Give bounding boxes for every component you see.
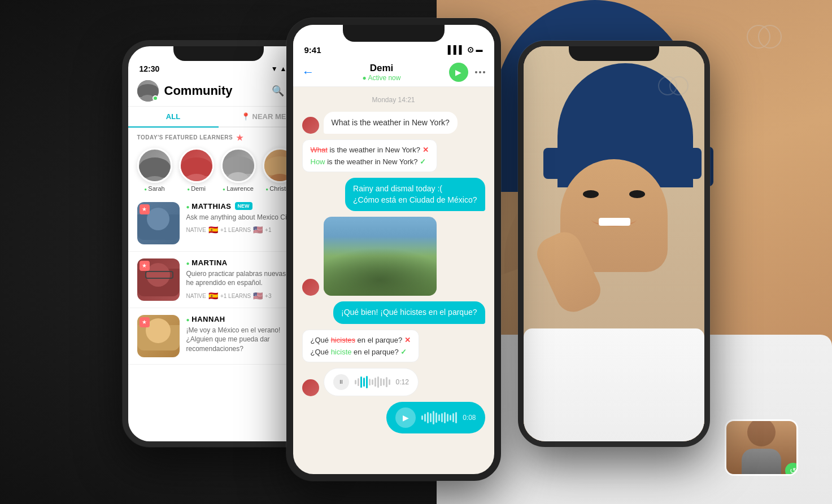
hannah-star: ★ [140, 317, 150, 327]
audio-msg-received: ⏸ [302, 368, 485, 396]
signal-icon: ▲ [280, 65, 287, 73]
phones-container: 12:30 ▼ ▲ 🔋 Community 🔍 ⚙ [134, 12, 699, 492]
video-thumbnail[interactable]: ↺ [725, 419, 798, 476]
msg-timestamp: Monday 14:21 [302, 96, 485, 104]
matthias-name-row: MATTHIAS NEW [186, 202, 300, 211]
wb2 [424, 414, 426, 422]
us-flag2: 🇺🇸 [253, 291, 263, 300]
right-tandem-logo [656, 74, 690, 99]
wb [380, 378, 382, 386]
martina-star: ★ [140, 261, 150, 271]
correction-1: What is the weather in New York? ✕ How i… [302, 139, 437, 172]
waveform-playing [421, 411, 457, 424]
star-badge: ★ [140, 204, 150, 214]
matthias-info: MATTHIAS NEW Ask me anything about Mexic… [186, 202, 300, 235]
video-call-button[interactable]: ▶ [449, 63, 468, 82]
location-icon: 📍 [241, 112, 250, 121]
community-tabs: ALL 📍 NEAR ME [128, 107, 309, 128]
wb [383, 379, 385, 385]
tandem-logo [742, 23, 787, 53]
star-icon: ★ [236, 133, 244, 142]
hannah-bio: ¡Me voy a México en el verano! ¿Alguien … [186, 326, 300, 354]
wb2 [447, 414, 448, 422]
left-phone: 12:30 ▼ ▲ 🔋 Community 🔍 ⚙ [123, 41, 315, 447]
new-badge: NEW [235, 202, 252, 210]
back-button[interactable]: ← [302, 65, 315, 80]
matthias-langs: NATIVE 🇪🇸 +1 LEARNS 🇺🇸 +1 [186, 225, 300, 234]
wb2 [421, 415, 423, 420]
hannah-name-row: HANNAH 5 [186, 315, 300, 323]
wrong-correction-2: ¿Qué hicistes en el parque? ✕ [311, 336, 411, 344]
featured-lawrence[interactable]: Lawrence [221, 148, 256, 192]
search-icon[interactable]: 🔍 [272, 85, 284, 97]
user-hannah[interactable]: ★ HANNAH 5 ¡Me voy a México en el verano… [128, 308, 309, 365]
refresh-icon[interactable]: ↺ [785, 463, 798, 476]
online-indicator [153, 95, 158, 101]
dot3 [483, 71, 485, 73]
dot2 [479, 71, 481, 73]
audio-duration-1: 0:12 [396, 378, 409, 386]
dot1 [475, 71, 477, 73]
photo-msg-container [302, 217, 485, 296]
featured-demi[interactable]: Demi [179, 148, 214, 192]
wb [374, 378, 376, 387]
chat-person-info: Demi ● Active now [321, 63, 442, 82]
sent-bubble-1: Rainy and dismal today :(¿Cómo está en C… [345, 178, 485, 211]
lawrence-avatar [221, 148, 256, 183]
video-call-background [524, 46, 704, 441]
demi-small-avatar-3 [302, 379, 319, 396]
right-phone [518, 41, 710, 447]
wb2 [441, 413, 443, 422]
left-phone-notch [173, 46, 264, 61]
martina-info: MARTINA 15 Quiero practicar palabras nue… [186, 258, 300, 301]
right-correction-2: ¿Qué hiciste en el parque? ✓ [311, 348, 411, 356]
wb2 [433, 411, 434, 424]
martina-name-row: MARTINA 15 [186, 258, 300, 267]
pause-button[interactable]: ⏸ [333, 374, 349, 390]
wifi-icon: ▼ [271, 65, 278, 73]
wb [360, 376, 362, 388]
center-time: 9:41 [304, 45, 321, 55]
signal-bars: ▌▌▌ [448, 45, 465, 54]
wifi-icon2: ⊙ [467, 45, 474, 54]
hannah-name: HANNAH [186, 315, 225, 323]
spain-flag2: 🇪🇸 [208, 291, 218, 300]
wb [377, 376, 379, 388]
wb [386, 377, 387, 387]
chat-header: ← Demi ● Active now ▶ [293, 57, 494, 87]
martina-photo: ★ [137, 258, 180, 301]
wb2 [444, 412, 446, 423]
audio-duration-2: 0:08 [463, 414, 476, 422]
wb [389, 379, 390, 385]
featured-sarah[interactable]: Sarah [137, 148, 172, 192]
svg-point-2 [659, 77, 677, 95]
lawrence-name: Lawrence [223, 185, 254, 192]
matthias-name: MATTHIAS [186, 202, 232, 211]
center-phone: 9:41 ▌▌▌ ⊙ ▬ ← Demi ● Active now ▶ [286, 18, 501, 481]
community-header: Community 🔍 ⚙ [128, 76, 309, 107]
martina-name: MARTINA [186, 258, 228, 267]
center-status-icons: ▌▌▌ ⊙ ▬ [448, 45, 483, 54]
wb [355, 380, 356, 384]
tab-all[interactable]: ALL [128, 107, 219, 128]
audio-paused-bubble: ⏸ [324, 368, 419, 396]
chat-name: Demi [321, 63, 442, 74]
wb2 [435, 413, 437, 423]
demi-avatar [179, 148, 214, 183]
center-notch [343, 25, 445, 42]
featured-section: TODAY'S FEATURED LEARNERS ★ Sarah D [128, 128, 309, 195]
right-correction: How is the weather in New York? ✓ [311, 157, 429, 166]
wb2 [430, 413, 432, 422]
us-flag: 🇺🇸 [253, 225, 263, 234]
user-martina[interactable]: ★ MARTINA 15 Quiero practicar palabras n… [128, 252, 309, 308]
user-matthias[interactable]: ★ MATTHIAS NEW Ask me anything about Mex… [128, 195, 309, 252]
wb2 [450, 415, 451, 420]
left-time: 12:30 [140, 64, 160, 73]
video-icon: ▶ [455, 68, 461, 77]
wb [363, 378, 365, 387]
community-title: Community [164, 84, 266, 98]
my-avatar[interactable] [137, 80, 159, 102]
wb2 [438, 414, 440, 421]
more-options-button[interactable] [475, 71, 485, 73]
play-button[interactable]: ▶ [395, 407, 416, 428]
